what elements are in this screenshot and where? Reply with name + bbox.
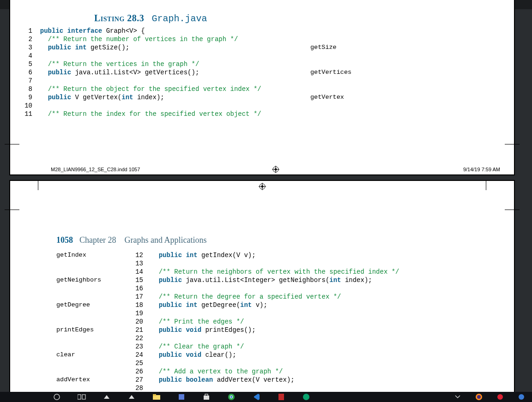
code-line: 11 /** Return the index for the specifie… <box>20 110 261 118</box>
task-view-icon[interactable] <box>76 393 88 401</box>
svg-rect-17 <box>205 394 208 396</box>
code-line: 12 public int getIndex(V v); <box>131 251 399 259</box>
margin-note <box>56 259 101 268</box>
firefox-icon[interactable] <box>473 393 485 401</box>
crop-mark <box>486 180 486 190</box>
code-line: 25 <box>131 359 399 367</box>
app-icon[interactable] <box>300 393 312 401</box>
margin-note <box>56 268 101 276</box>
margin-note <box>56 284 101 293</box>
code-line: 6 public java.util.List<V> getVertices()… <box>20 68 261 77</box>
margin-note <box>56 367 101 376</box>
code-line: 1 public interface Graph<V> { <box>20 27 261 35</box>
margin-note <box>56 293 101 301</box>
store-icon[interactable] <box>200 393 212 401</box>
chapter-number: Chapter 28 <box>79 235 116 245</box>
margin-note: getIndex <box>56 251 101 259</box>
code-line: 3 public int getSize(); <box>20 43 261 52</box>
crop-mark <box>5 144 19 144</box>
svg-marker-11 <box>104 395 109 399</box>
margin-note <box>310 110 351 118</box>
code-line: 20 /** Print the edges */ <box>131 318 399 326</box>
code-line: 4 <box>20 52 261 60</box>
margin-note <box>310 102 351 110</box>
app-icon[interactable] <box>101 393 113 401</box>
chrome-icon[interactable] <box>225 393 237 401</box>
code-line: 2 /** Return the number of vertices in t… <box>20 35 261 43</box>
svg-point-26 <box>497 394 503 400</box>
svg-rect-9 <box>78 395 81 399</box>
code-line: 7 <box>20 77 261 85</box>
margin-note: getNeighbors <box>56 276 101 284</box>
margin-note: getDegree <box>56 301 101 309</box>
vscode-icon[interactable] <box>250 393 262 401</box>
svg-point-25 <box>477 395 481 399</box>
svg-point-20 <box>230 396 232 398</box>
crop-mark <box>505 144 520 144</box>
code-line: 24 public void clear(); <box>131 351 399 359</box>
svg-rect-10 <box>82 395 85 399</box>
page-footer: M28_LIAN9966_12_SE_C28.indd 1057 9/14/19… <box>51 165 500 174</box>
margin-note <box>310 27 351 35</box>
svg-point-23 <box>303 394 309 400</box>
tray-icon[interactable] <box>494 393 506 401</box>
code-line: 9 public V getVertex(int index); <box>20 93 261 102</box>
margin-note <box>56 342 101 351</box>
margin-note <box>56 334 101 342</box>
margin-annotations-1: getSizegetVerticesgetVertex <box>310 27 351 118</box>
registration-mark-icon <box>272 166 279 173</box>
margin-note <box>310 85 351 93</box>
svg-point-27 <box>519 394 524 400</box>
cortana-icon[interactable] <box>51 393 63 401</box>
code-listing-1: 1 public interface Graph<V> {2 /** Retur… <box>20 27 261 118</box>
margin-note <box>56 384 101 392</box>
footer-filestamp: M28_LIAN9966_12_SE_C28.indd 1057 <box>51 167 140 172</box>
margin-note <box>310 77 351 85</box>
windows-taskbar[interactable] <box>0 392 532 402</box>
code-line: 16 <box>131 284 399 293</box>
listing-filename: Graph.java <box>151 13 207 24</box>
code-line: 21 public void printEdges(); <box>131 326 399 334</box>
code-line: 17 /** Return the degree for a specified… <box>131 293 399 301</box>
margin-note: getSize <box>310 43 351 52</box>
code-line: 28 <box>131 384 399 392</box>
margin-note: getVertices <box>310 68 351 77</box>
code-line: 13 <box>131 259 399 268</box>
margin-note <box>56 318 101 326</box>
code-line: 15 public java.util.List<Integer> getNei… <box>131 276 399 284</box>
registration-mark-icon <box>259 183 266 190</box>
svg-marker-21 <box>254 394 260 400</box>
tray-icon[interactable] <box>452 393 464 401</box>
svg-rect-22 <box>278 394 284 400</box>
margin-note <box>310 52 351 60</box>
code-line: 23 /** Clear the graph */ <box>131 342 399 351</box>
page-number: 1058 <box>56 235 73 245</box>
page-header: 1058 Chapter 28 Graphs and Applications <box>56 235 206 245</box>
pdf-page-2: 1058 Chapter 28 Graphs and Applications … <box>9 180 515 392</box>
code-line: 10 <box>20 102 261 110</box>
crop-mark <box>5 210 19 210</box>
margin-note <box>310 60 351 68</box>
svg-point-8 <box>54 394 60 400</box>
code-line: 18 public int getDegree(int v); <box>131 301 399 309</box>
code-line: 5 /** Return the vertices in the graph *… <box>20 60 261 68</box>
app-icon[interactable] <box>175 393 187 401</box>
listing-heading: Listing 28.3 Graph.java <box>94 13 207 24</box>
app-icon[interactable] <box>126 393 138 401</box>
pdf-reader-icon[interactable] <box>275 393 287 401</box>
svg-rect-14 <box>153 394 156 396</box>
file-explorer-icon[interactable] <box>151 393 163 401</box>
code-listing-2: 12 public int getIndex(V v);13 14 /** Re… <box>131 251 399 392</box>
code-line: 22 <box>131 334 399 342</box>
code-line: 14 /** Return the neighbors of vertex wi… <box>131 268 399 276</box>
code-line: 8 /** Return the object for the specifie… <box>20 85 261 93</box>
margin-note: getVertex <box>310 93 351 102</box>
margin-note: clear <box>56 351 101 359</box>
chapter-title: Graphs and Applications <box>124 235 206 245</box>
code-line: 27 public boolean addVertex(V vertex); <box>131 376 399 384</box>
tray-icon[interactable] <box>515 393 527 401</box>
footer-datetime: 9/14/19 7:59 AM <box>463 167 500 172</box>
margin-note: printEdges <box>56 326 101 334</box>
margin-note <box>56 309 101 318</box>
margin-note <box>310 35 351 43</box>
